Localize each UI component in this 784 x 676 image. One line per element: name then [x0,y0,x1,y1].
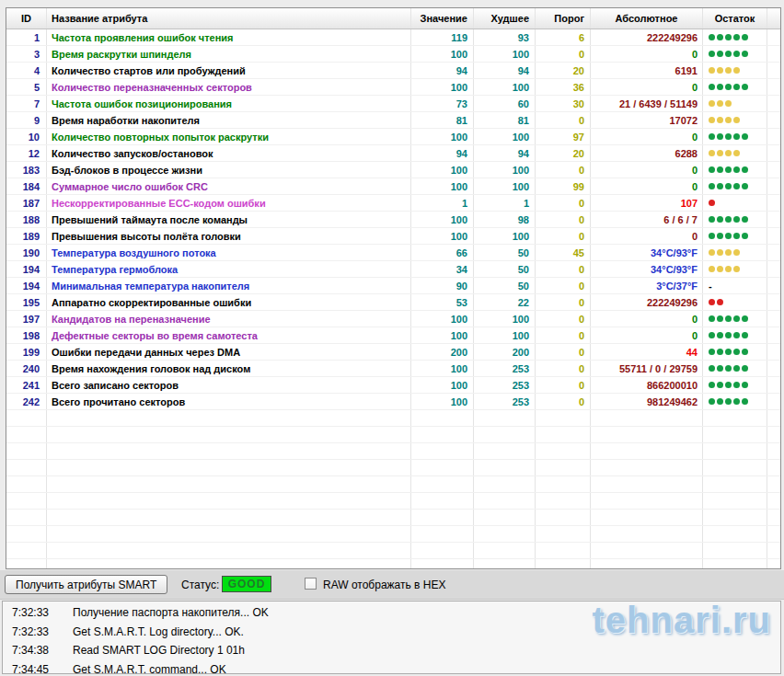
threshold-cell: 0 [536,311,591,327]
table-row[interactable]: 188Превышений таймаута после команды1009… [6,212,780,228]
attribute-name-cell: Время наработки накопителя [47,112,411,128]
empty-cell [703,410,767,426]
health-dot-icon [733,183,740,189]
threshold-cell: 0 [536,394,591,409]
table-row[interactable]: 187Нескорректированные ECC-кодом ошибки1… [6,195,780,212]
absolute-cell: 222249296 [591,294,703,310]
table-row[interactable]: 198Дефектные секторы во время самотеста1… [6,327,780,344]
table-row[interactable]: 189Превышения высоты полёта головки10010… [6,228,780,245]
attribute-id-cell: 242 [6,394,47,409]
health-dot-icon [717,150,723,156]
attribute-id-cell: 1 [6,29,47,45]
table-row[interactable]: 242Всего прочитано секторов1002530981249… [6,394,780,410]
filler-cell [767,394,780,409]
absolute-cell: 34°C/93°F [591,261,703,277]
threshold-cell: 0 [536,46,591,62]
table-row[interactable]: 184Суммарное число ошибок CRC100100990 [6,178,780,195]
health-dot-icon [733,349,740,355]
health-dots-cell [703,311,767,327]
empty-cell [47,510,411,525]
empty-cell [47,493,411,509]
empty-table-row [6,427,780,443]
worst-cell: 94 [474,145,536,161]
health-dot-icon [742,216,748,223]
health-dot-icon [742,315,748,322]
log-entry: 7:34:45Get S.M.A.R.T. command... OK [3,659,780,675]
health-dot-icon [709,200,715,206]
threshold-cell: 99 [536,178,591,194]
attribute-id-cell: 188 [6,212,47,227]
empty-cell [703,443,767,459]
empty-cell [47,410,411,426]
table-row[interactable]: 7Частота ошибок позиционирования73603021… [6,96,780,112]
column-header-value[interactable]: Значение [411,8,474,29]
empty-cell [536,476,591,492]
table-row[interactable]: 199Ошибки передачи данных через DMA20020… [6,344,780,361]
table-row[interactable]: 195Аппаратно скорректированные ошибки532… [6,294,780,311]
health-dot-icon [733,266,740,272]
raw-hex-checkbox[interactable] [305,578,317,590]
attribute-id-cell: 198 [6,327,47,343]
get-smart-attributes-button[interactable]: Получить атрибуты SMART [5,575,167,594]
empty-cell [536,410,591,426]
attribute-name-cell: Частота проявления ошибок чтения [47,29,411,45]
column-header-worst[interactable]: Худшее [474,8,536,29]
filler-cell [767,195,780,211]
table-row[interactable]: 5Количество переназначенных секторов1001… [6,79,780,96]
attribute-name-cell: Кандидатов на переназначение [47,311,411,327]
worst-cell: 253 [474,394,536,409]
health-dot-icon [717,365,723,372]
raw-hex-checkbox-label[interactable]: RAW отображать в HEX [323,579,445,591]
value-cell: 100 [411,212,474,227]
table-row[interactable]: 183Бэд-блоков в процессе жизни10010000 [6,162,780,178]
column-header-id[interactable]: ID [6,8,47,29]
health-dot-icon [725,398,732,405]
empty-cell [474,510,536,525]
table-row[interactable]: 241Всего записано секторов10025308662000… [6,377,780,394]
absolute-cell: 55711 / 0 / 29759 [591,361,703,376]
value-cell: 100 [411,377,474,393]
empty-cell [474,410,536,426]
attribute-name-cell: Всего записано секторов [47,377,411,393]
health-dot-icon [725,67,732,74]
table-row[interactable]: 12Количество запусков/остановок949420628… [6,145,780,162]
worst-cell: 100 [474,327,536,343]
table-row[interactable]: 9Время наработки накопителя8181017072 [6,112,780,129]
log-entry-time: 7:32:33 [12,606,49,619]
column-header-name[interactable]: Название атрибута [47,8,411,29]
log-panel: 7:32:33Получение паспорта накопителя... … [2,601,781,674]
empty-cell [536,460,591,475]
column-header-remaining[interactable]: Остаток [703,8,767,29]
health-dots-cell [703,46,767,62]
table-row[interactable]: 1Частота проявления ошибок чтения1199362… [6,29,780,46]
empty-cell [474,543,536,558]
value-cell: 90 [411,278,474,293]
empty-cell [767,460,780,475]
column-header-absolute[interactable]: Абсолютное [591,8,703,29]
table-row[interactable]: 194Минимальная температура накопителя905… [6,278,780,294]
table-row[interactable]: 240Время нахождения головок над диском10… [6,361,780,377]
table-row[interactable]: 10Количество повторных попыток раскрутки… [6,129,780,145]
value-cell: 100 [411,178,474,194]
health-dot-icon [733,315,740,322]
table-row[interactable]: 190Температура воздушного потока66504534… [6,245,780,261]
health-dot-icon [742,166,748,173]
absolute-cell: 107 [591,195,703,211]
health-dots-cell [703,112,767,128]
table-row[interactable]: 197Кандидатов на переназначение10010000 [6,311,780,327]
value-cell: 100 [411,162,474,178]
health-dot-icon [733,365,740,372]
health-dot-icon [725,51,732,57]
absolute-cell: 0 [591,178,703,194]
log-entry-message: Получение паспорта накопителя... OK [73,606,269,619]
log-entry-time: 7:32:33 [12,625,49,638]
column-header-filler [767,8,780,29]
table-row[interactable]: 3Время раскрутки шпинделя10010000 [6,46,780,63]
threshold-cell: 0 [536,377,591,393]
table-row[interactable]: 4Количество стартов или пробуждений94942… [6,63,780,79]
health-dots-cell [703,195,767,211]
attribute-name-cell: Нескорректированные ECC-кодом ошибки [47,195,411,211]
table-row[interactable]: 194Температура гермоблока3450034°C/93°F [6,261,780,278]
column-header-threshold[interactable]: Порог [536,8,591,29]
health-dot-icon [709,216,715,223]
